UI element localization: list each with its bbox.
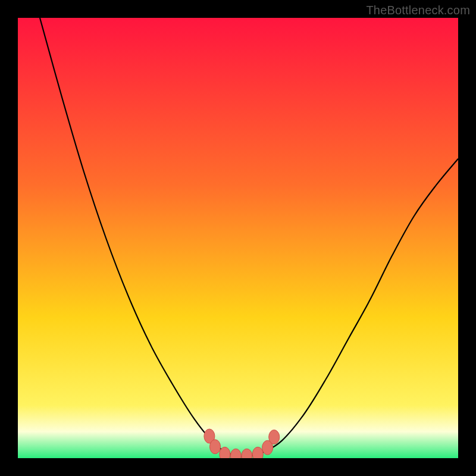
chart-frame: TheBottleneck.com	[0, 0, 476, 476]
chart-svg	[18, 18, 458, 458]
curve-marker	[269, 430, 280, 444]
gradient-background	[18, 18, 458, 458]
attribution-text: TheBottleneck.com	[366, 4, 470, 17]
plot-area	[18, 18, 458, 458]
curve-marker	[220, 447, 230, 458]
curve-marker	[252, 447, 263, 458]
curve-marker	[210, 440, 221, 454]
